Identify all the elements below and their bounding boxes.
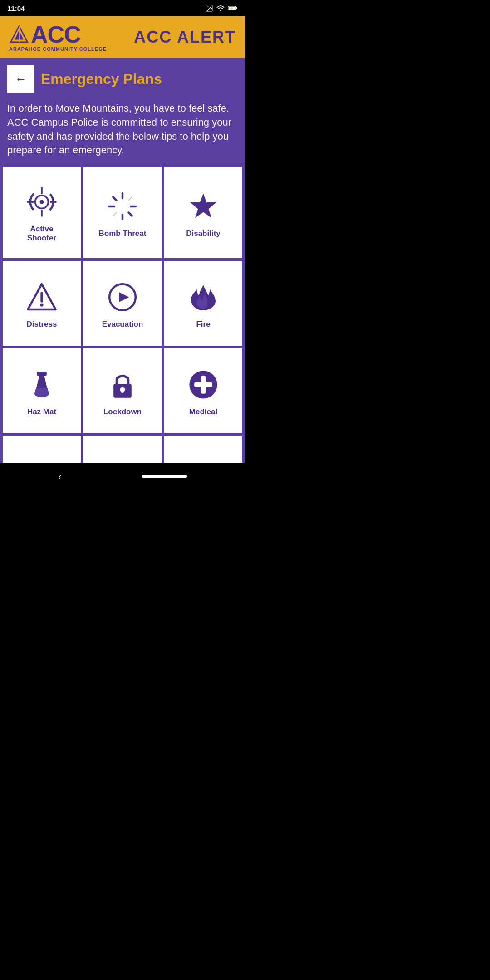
battery-icon: ⚡ xyxy=(228,5,238,11)
crosshair-icon xyxy=(24,184,60,220)
back-button[interactable]: ← xyxy=(7,65,34,93)
page-description: In order to Move Mountains, you have to … xyxy=(0,100,245,167)
evacuation-label: Evacuation xyxy=(102,320,143,329)
svg-rect-36 xyxy=(194,382,212,387)
medical-label: Medical xyxy=(189,407,217,416)
arrow-circle-icon xyxy=(104,279,141,315)
image-icon xyxy=(205,4,213,12)
flask-icon xyxy=(24,367,60,403)
grid-item-fire[interactable]: Fire xyxy=(164,261,242,345)
fire-icon xyxy=(185,279,221,315)
svg-point-15 xyxy=(40,200,44,204)
svg-marker-24 xyxy=(190,193,216,218)
grid-item-evacuation[interactable]: Evacuation xyxy=(83,261,162,345)
acc-alert-text: ACC ALERT xyxy=(134,28,236,47)
svg-line-22 xyxy=(113,213,116,216)
grid-item-haz-mat[interactable]: Haz Mat xyxy=(3,348,81,433)
svg-rect-33 xyxy=(121,389,123,392)
star-icon xyxy=(185,188,221,225)
acc-logo-icon xyxy=(9,24,29,44)
lockdown-label: Lockdown xyxy=(103,407,142,416)
acc-logo-sub: ARAPAHOE COMMUNITY COLLEGE xyxy=(9,46,107,52)
status-time: 11:04 xyxy=(7,5,24,12)
svg-text:⚡: ⚡ xyxy=(230,6,234,10)
status-bar: 11:04 ⚡ xyxy=(0,0,245,16)
bomb-threat-label: Bomb Threat xyxy=(99,229,147,238)
grid-item-extra-2[interactable] xyxy=(83,436,162,463)
page-title: Emergency Plans xyxy=(41,71,162,88)
lock-icon xyxy=(104,367,141,403)
svg-line-20 xyxy=(113,197,116,200)
fire-label: Fire xyxy=(196,320,210,329)
warning-icon xyxy=(24,279,60,315)
grid-item-bomb-threat[interactable]: Bomb Threat xyxy=(83,167,162,258)
distress-label: Distress xyxy=(26,320,57,329)
grid-item-medical[interactable]: Medical xyxy=(164,348,242,433)
haz-mat-label: Haz Mat xyxy=(27,407,56,416)
wifi-icon xyxy=(216,5,225,12)
emergency-grid: ActiveShooter Bomb Threat xyxy=(0,167,245,436)
bomb-icon xyxy=(104,188,141,225)
grid-item-distress[interactable]: Distress xyxy=(3,261,81,345)
active-shooter-label: ActiveShooter xyxy=(27,225,56,243)
content-area: ← Emergency Plans In order to Move Mount… xyxy=(0,58,245,463)
page-header: ← Emergency Plans xyxy=(0,58,245,100)
back-arrow-icon: ← xyxy=(15,72,27,86)
grid-item-extra-3[interactable] xyxy=(164,436,242,463)
svg-rect-4 xyxy=(236,7,237,9)
bottom-nav-bar: ‹ xyxy=(0,463,245,490)
svg-marker-29 xyxy=(119,292,129,302)
svg-point-27 xyxy=(40,304,43,307)
svg-point-1 xyxy=(207,6,208,7)
header-banner: ACC ARAPAHOE COMMUNITY COLLEGE ACC ALERT xyxy=(0,16,245,58)
grid-item-lockdown[interactable]: Lockdown xyxy=(83,348,162,433)
disability-label: Disability xyxy=(186,229,220,238)
nav-back-button[interactable]: ‹ xyxy=(58,471,61,482)
svg-line-23 xyxy=(129,197,132,200)
grid-item-active-shooter[interactable]: ActiveShooter xyxy=(3,167,81,258)
svg-rect-30 xyxy=(37,372,47,376)
grid-item-extra-1[interactable] xyxy=(3,436,81,463)
svg-line-21 xyxy=(129,213,132,216)
acc-logo: ACC ARAPAHOE COMMUNITY COLLEGE xyxy=(9,23,107,52)
home-indicator[interactable] xyxy=(142,475,187,478)
grid-item-disability[interactable]: Disability xyxy=(164,167,242,258)
status-icons: ⚡ xyxy=(205,4,238,12)
acc-logo-text: ACC xyxy=(31,23,81,46)
plus-circle-icon xyxy=(185,367,221,403)
